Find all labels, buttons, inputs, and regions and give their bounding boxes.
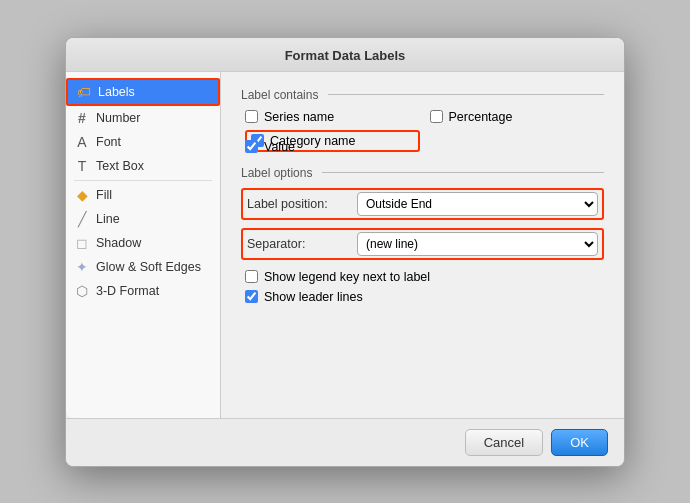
content-area: Label contains Series name Percentage Ca… — [221, 72, 624, 418]
separator-row: Separator: (new line) , (comma) ; (semic… — [241, 228, 604, 260]
sidebar-item-shadow[interactable]: ◻ Shadow — [66, 231, 220, 255]
value-row — [430, 130, 605, 152]
label-options-header: Label options — [241, 166, 604, 180]
value-label: Value — [264, 140, 295, 154]
separator-label: Separator: — [247, 237, 357, 251]
sidebar: 🏷 Labels # Number A Font T Text Box ◆ Fi… — [66, 72, 221, 418]
sidebar-item-line[interactable]: ╱ Line — [66, 207, 220, 231]
tag-icon: 🏷 — [76, 84, 92, 100]
separator-select[interactable]: (new line) , (comma) ; (semicolon) . (pe… — [357, 232, 598, 256]
sidebar-item-3d[interactable]: ⬡ 3-D Format — [66, 279, 220, 303]
percentage-row: Percentage — [430, 110, 605, 124]
sidebar-item-glow[interactable]: ✦ Glow & Soft Edges — [66, 255, 220, 279]
show-leader-row: Show leader lines — [241, 290, 604, 304]
series-name-row: Series name — [245, 110, 420, 124]
show-leader-label: Show leader lines — [264, 290, 363, 304]
cancel-button[interactable]: Cancel — [465, 429, 543, 456]
format-data-labels-dialog: Format Data Labels 🏷 Labels # Number A F… — [65, 37, 625, 467]
number-icon: # — [74, 110, 90, 126]
show-legend-checkbox[interactable] — [245, 270, 258, 283]
sidebar-item-fill[interactable]: ◆ Fill — [66, 183, 220, 207]
dialog-footer: Cancel OK — [66, 418, 624, 466]
sidebar-item-number[interactable]: # Number — [66, 106, 220, 130]
position-label: Label position: — [247, 197, 357, 211]
sidebar-label-shadow: Shadow — [96, 236, 141, 250]
sidebar-label-3d: 3-D Format — [96, 284, 159, 298]
sidebar-divider — [74, 180, 212, 181]
glow-icon: ✦ — [74, 259, 90, 275]
font-icon: A — [74, 134, 90, 150]
show-legend-row: Show legend key next to label — [241, 270, 604, 284]
sidebar-label-font: Font — [96, 135, 121, 149]
sidebar-item-font[interactable]: A Font — [66, 130, 220, 154]
series-name-label: Series name — [264, 110, 334, 124]
sidebar-label-line: Line — [96, 212, 120, 226]
percentage-checkbox[interactable] — [430, 110, 443, 123]
series-name-checkbox[interactable] — [245, 110, 258, 123]
value-checkbox[interactable] — [245, 140, 258, 153]
fill-icon: ◆ — [74, 187, 90, 203]
dialog-body: 🏷 Labels # Number A Font T Text Box ◆ Fi… — [66, 72, 624, 418]
sidebar-item-textbox[interactable]: T Text Box — [66, 154, 220, 178]
sidebar-label-glow: Glow & Soft Edges — [96, 260, 201, 274]
3d-icon: ⬡ — [74, 283, 90, 299]
dialog-title: Format Data Labels — [66, 38, 624, 72]
percentage-label: Percentage — [449, 110, 513, 124]
textbox-icon: T — [74, 158, 90, 174]
ok-button[interactable]: OK — [551, 429, 608, 456]
shadow-icon: ◻ — [74, 235, 90, 251]
label-position-row: Label position: Outside End Inside End I… — [241, 188, 604, 220]
line-icon: ╱ — [74, 211, 90, 227]
sidebar-label-textbox: Text Box — [96, 159, 144, 173]
show-legend-label: Show legend key next to label — [264, 270, 430, 284]
sidebar-label-fill: Fill — [96, 188, 112, 202]
sidebar-label-labels: Labels — [98, 85, 135, 99]
position-select[interactable]: Outside End Inside End Inside Base Best … — [357, 192, 598, 216]
sidebar-item-labels[interactable]: 🏷 Labels — [66, 78, 220, 106]
show-leader-checkbox[interactable] — [245, 290, 258, 303]
sidebar-label-number: Number — [96, 111, 140, 125]
label-contains-header: Label contains — [241, 88, 604, 102]
